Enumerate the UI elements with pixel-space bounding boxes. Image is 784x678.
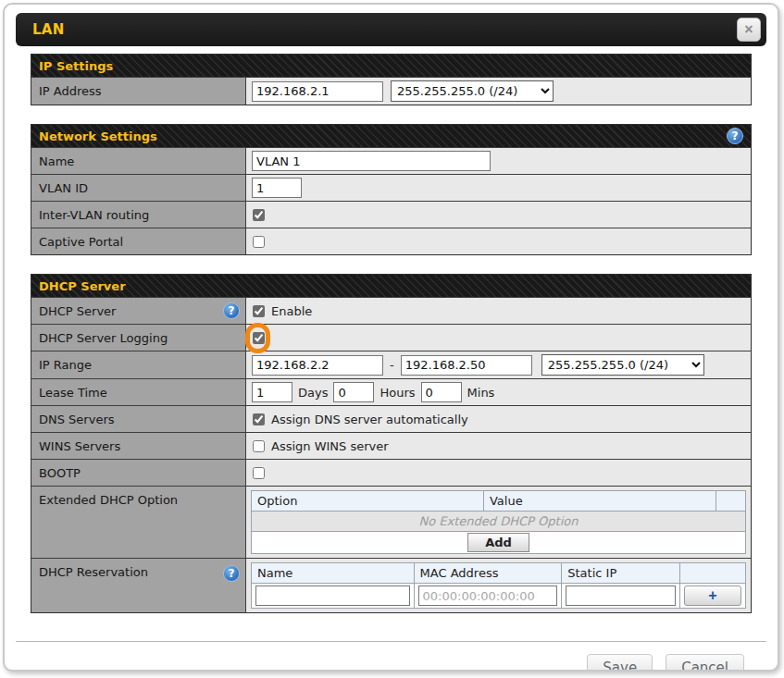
row-lease-time: Lease Time Days Hours Mins	[31, 378, 751, 405]
table-row: +	[252, 584, 746, 609]
section-network-settings: Network Settings ? Name VLAN ID	[31, 124, 752, 255]
add-reservation-button[interactable]: +	[684, 586, 741, 606]
row-bootp: BOOTP	[31, 459, 751, 486]
dhcp-logging-checkbox[interactable]	[253, 332, 265, 344]
dhcp-reservation-label: DHCP Reservation	[39, 565, 148, 579]
name-label: Name	[39, 154, 74, 168]
dhcp-server-label: DHCP Server	[39, 304, 116, 318]
help-icon[interactable]: ?	[727, 128, 743, 144]
section-ip-settings: IP Settings IP Address 255.255.255.0 (/2…	[31, 54, 752, 105]
bootp-label: BOOTP	[39, 466, 81, 480]
section-title: Network Settings	[39, 129, 157, 143]
wins-servers-label: WINS Servers	[39, 439, 120, 453]
lease-hours-input[interactable]	[333, 382, 374, 402]
lease-time-label: Lease Time	[39, 386, 107, 400]
row-wins-servers: WINS Servers Assign WINS server	[31, 432, 751, 459]
column-header-mac-address: MAC Address	[414, 563, 562, 584]
help-icon[interactable]: ?	[223, 302, 240, 319]
titlebar: LAN ×	[16, 13, 766, 46]
row-captive-portal: Captive Portal	[31, 228, 751, 254]
row-ip-address: IP Address 255.255.255.0 (/24)	[31, 77, 751, 105]
column-header-option: Option	[252, 491, 484, 512]
lease-mins-input[interactable]	[421, 382, 462, 402]
row-extended-dhcp-option: Extended DHCP Option Option Value No Ext…	[31, 486, 751, 558]
dhcp-enable-checkbox[interactable]	[253, 305, 265, 317]
inter-vlan-routing-checkbox[interactable]	[253, 209, 265, 221]
wins-assign-label: Assign WINS server	[271, 439, 389, 453]
ip-range-label: IP Range	[39, 358, 92, 372]
section-title: DHCP Server	[39, 279, 126, 293]
row-dns-servers: DNS Servers Assign DNS server automatica…	[31, 405, 751, 432]
lease-days-input[interactable]	[252, 382, 292, 402]
dialog-title: LAN	[32, 21, 65, 38]
save-button[interactable]: Save	[587, 654, 653, 672]
dns-servers-label: DNS Servers	[39, 413, 115, 426]
dhcp-enable-label: Enable	[271, 304, 312, 318]
ip-subnet-select[interactable]: 255.255.255.0 (/24)	[391, 80, 554, 102]
plus-icon: +	[708, 587, 716, 603]
lan-dialog: LAN × IP Settings IP Address 255.255.255…	[3, 3, 779, 672]
extended-dhcp-empty-message: No Extended DHCP Option	[252, 512, 746, 532]
row-inter-vlan-routing: Inter-VLAN routing	[31, 201, 751, 228]
ip-range-separator: -	[390, 358, 394, 372]
section-header-network-settings: Network Settings ?	[31, 125, 751, 147]
reservation-mac-input[interactable]	[418, 586, 558, 606]
cancel-button[interactable]: Cancel	[666, 654, 744, 672]
column-header-static-ip: Static IP	[562, 563, 680, 584]
ip-address-input[interactable]	[252, 81, 383, 102]
lease-mins-label: Mins	[467, 386, 495, 400]
row-vlan-id: VLAN ID	[31, 174, 751, 201]
lease-days-label: Days	[298, 386, 328, 400]
reservation-static-ip-input[interactable]	[566, 586, 676, 606]
vlan-id-label: VLAN ID	[39, 181, 88, 195]
extended-dhcp-option-table: Option Value No Extended DHCP Option Add	[251, 490, 746, 554]
section-title: IP Settings	[39, 59, 113, 73]
footer: Save Cancel	[16, 641, 766, 672]
lease-hours-label: Hours	[380, 386, 415, 400]
dns-auto-checkbox[interactable]	[253, 413, 265, 425]
ip-address-label: IP Address	[39, 84, 102, 98]
column-header-add	[679, 563, 745, 584]
section-header-dhcp-server: DHCP Server	[31, 275, 751, 297]
name-input[interactable]	[252, 151, 491, 171]
ip-range-start-input[interactable]	[252, 355, 383, 376]
row-dhcp-server-logging: DHCP Server Logging	[31, 324, 751, 351]
column-header-value: Value	[483, 491, 716, 512]
extended-dhcp-option-label: Extended DHCP Option	[39, 493, 178, 507]
section-header-ip-settings: IP Settings	[31, 55, 751, 77]
close-icon: ×	[744, 22, 753, 37]
row-ip-range: IP Range - 255.255.255.0 (/24)	[31, 351, 751, 378]
dns-auto-label: Assign DNS server automatically	[271, 413, 468, 426]
inter-vlan-routing-label: Inter-VLAN routing	[39, 208, 149, 222]
ip-range-end-input[interactable]	[401, 355, 532, 376]
bootp-checkbox[interactable]	[253, 467, 265, 479]
vlan-id-input[interactable]	[252, 178, 302, 198]
wins-assign-checkbox[interactable]	[253, 440, 265, 452]
add-extended-option-button[interactable]: Add	[467, 533, 529, 552]
sections-container: IP Settings IP Address 255.255.255.0 (/2…	[31, 54, 752, 613]
dhcp-server-logging-label: DHCP Server Logging	[39, 331, 168, 345]
captive-portal-label: Captive Portal	[39, 235, 123, 249]
section-dhcp-server: DHCP Server DHCP Server ? Enable DHCP Se…	[31, 274, 752, 613]
captive-portal-checkbox[interactable]	[253, 236, 265, 248]
ip-range-subnet-select[interactable]: 255.255.255.0 (/24)	[541, 354, 704, 376]
dhcp-reservation-table: Name MAC Address Static IP	[251, 562, 746, 609]
row-dhcp-reservation: DHCP Reservation ? Name MAC Address Stat…	[31, 558, 751, 612]
close-button[interactable]: ×	[737, 18, 761, 42]
row-name: Name	[31, 147, 751, 174]
help-icon[interactable]: ?	[223, 565, 240, 582]
row-dhcp-server: DHCP Server ? Enable	[31, 297, 751, 324]
column-header-actions	[716, 491, 745, 512]
column-header-name: Name	[252, 563, 415, 584]
reservation-name-input[interactable]	[255, 586, 410, 606]
